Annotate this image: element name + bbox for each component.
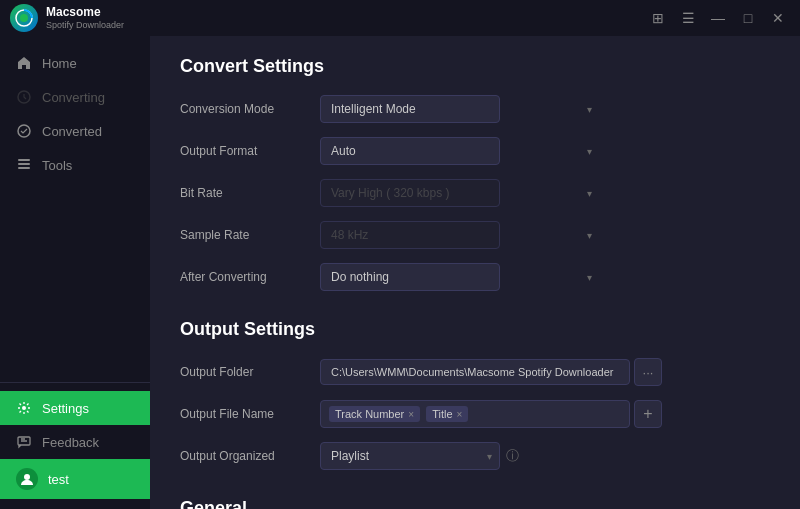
sidebar: Home Converting Converted [0,36,150,509]
app-name: Macsome Spotify Downloader [46,6,124,29]
output-format-control: Auto MP3 AAC WAV FLAC ▾ [320,137,600,165]
conversion-mode-control: Intelligent Mode YouTube Mode ▾ [320,95,600,123]
output-filename-control: Track Number × Title × + [320,400,770,428]
output-format-row: Output Format Auto MP3 AAC WAV FLAC ▾ [180,137,770,165]
chevron-down-icon: ▾ [587,146,592,157]
svg-point-1 [20,14,28,22]
output-folder-input[interactable] [320,359,630,385]
content-area: Convert Settings Conversion Mode Intelli… [150,36,800,509]
main-layout: Home Converting Converted [0,36,800,509]
output-filename-tags-input[interactable]: Track Number × Title × [320,400,630,428]
conversion-mode-row: Conversion Mode Intelligent Mode YouTube… [180,95,770,123]
conversion-mode-select[interactable]: Intelligent Mode YouTube Mode [320,95,500,123]
output-organized-label: Output Organized [180,449,320,463]
home-icon [16,55,32,71]
converted-icon [16,123,32,139]
after-converting-label: After Converting [180,270,320,284]
remove-title-tag[interactable]: × [457,409,463,420]
svg-point-9 [24,474,30,480]
bit-rate-select-wrapper: Vary High ( 320 kbps ) ▾ [320,179,600,207]
sidebar-item-settings[interactable]: Settings [0,391,150,425]
chevron-down-icon: ▾ [587,272,592,283]
output-settings-section: Output Settings Output Folder ··· Output… [180,319,770,470]
title-tag: Title × [426,406,468,422]
after-converting-row: After Converting Do nothing Open output … [180,263,770,291]
svg-point-7 [22,406,26,410]
sample-rate-row: Sample Rate 48 kHz 44.1 kHz ▾ [180,221,770,249]
output-organized-row: Output Organized Playlist Artist Album N… [180,442,770,470]
remove-track-number-tag[interactable]: × [408,409,414,420]
convert-settings-section: Convert Settings Conversion Mode Intelli… [180,56,770,291]
convert-settings-title: Convert Settings [180,56,770,77]
close-button[interactable]: ✕ [766,6,790,30]
app-branding: Macsome Spotify Downloader [10,4,124,32]
output-folder-row: Output Folder ··· [180,358,770,386]
svg-point-3 [18,125,30,137]
output-organized-control: Playlist Artist Album None ▾ ⓘ [320,442,519,470]
bit-rate-select: Vary High ( 320 kbps ) [320,179,500,207]
after-converting-select[interactable]: Do nothing Open output folder Shut down [320,263,500,291]
svg-rect-6 [18,159,30,161]
chevron-down-icon: ▾ [587,230,592,241]
sidebar-item-home[interactable]: Home [0,46,150,80]
conversion-mode-select-wrapper: Intelligent Mode YouTube Mode ▾ [320,95,600,123]
menu-button[interactable]: ☰ [676,6,700,30]
sample-rate-label: Sample Rate [180,228,320,242]
sidebar-item-tools[interactable]: Tools [0,148,150,182]
sidebar-item-converting: Converting [0,80,150,114]
after-converting-control: Do nothing Open output folder Shut down … [320,263,600,291]
grid-view-button[interactable]: ⊞ [646,6,670,30]
sample-rate-select: 48 kHz 44.1 kHz [320,221,500,249]
svg-rect-5 [18,167,30,169]
tools-icon [16,157,32,173]
output-folder-label: Output Folder [180,365,320,379]
app-logo [10,4,38,32]
user-profile[interactable]: test [0,459,150,499]
browse-folder-button[interactable]: ··· [634,358,662,386]
sample-rate-select-wrapper: 48 kHz 44.1 kHz ▾ [320,221,600,249]
svg-rect-4 [18,163,30,165]
after-converting-select-wrapper: Do nothing Open output folder Shut down … [320,263,600,291]
info-icon[interactable]: ⓘ [506,447,519,465]
maximize-button[interactable]: □ [736,6,760,30]
output-filename-label: Output File Name [180,407,320,421]
conversion-mode-label: Conversion Mode [180,102,320,116]
chevron-down-icon: ▾ [587,104,592,115]
sidebar-item-converted[interactable]: Converted [0,114,150,148]
sidebar-bottom: Settings Feedback [0,382,150,499]
window-controls: ⊞ ☰ — □ ✕ [646,6,790,30]
bit-rate-label: Bit Rate [180,186,320,200]
output-organized-select-wrapper: Playlist Artist Album None ▾ [320,442,500,470]
output-format-select-wrapper: Auto MP3 AAC WAV FLAC ▾ [320,137,600,165]
minimize-button[interactable]: — [706,6,730,30]
bit-rate-control: Vary High ( 320 kbps ) ▾ [320,179,600,207]
add-filename-tag-button[interactable]: + [634,400,662,428]
output-format-label: Output Format [180,144,320,158]
feedback-icon [16,434,32,450]
avatar [16,468,38,490]
output-format-select[interactable]: Auto MP3 AAC WAV FLAC [320,137,500,165]
title-bar: Macsome Spotify Downloader ⊞ ☰ — □ ✕ [0,0,800,36]
bit-rate-row: Bit Rate Vary High ( 320 kbps ) ▾ [180,179,770,207]
output-settings-title: Output Settings [180,319,770,340]
settings-icon [16,400,32,416]
sidebar-item-feedback[interactable]: Feedback [0,425,150,459]
general-title: General [180,498,770,509]
sample-rate-control: 48 kHz 44.1 kHz ▾ [320,221,600,249]
track-number-tag: Track Number × [329,406,420,422]
converting-icon [16,89,32,105]
output-filename-row: Output File Name Track Number × Title × … [180,400,770,428]
output-folder-control: ··· [320,358,770,386]
chevron-down-icon: ▾ [587,188,592,199]
general-section: General Appearance Dark Light System ▾ [180,498,770,509]
output-organized-select[interactable]: Playlist Artist Album None [320,442,500,470]
